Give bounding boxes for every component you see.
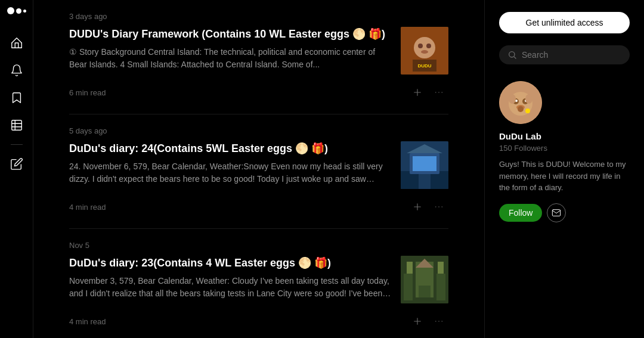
article-section: Nov 5 DuDu's diary: 23(Contains 4 WL Eas… (69, 229, 448, 338)
sidebar-item-stories[interactable] (5, 113, 29, 137)
article-time: Nov 5 (69, 241, 448, 250)
article-title[interactable]: DuDu's diary: 24(Contains 5WL Easter egg… (69, 141, 391, 156)
author-followers: 150 Followers (499, 144, 630, 153)
sidebar-nav (5, 31, 29, 331)
article-excerpt: November 3, 579, Bear Calendar, Weather:… (69, 275, 391, 300)
subscribe-button[interactable] (547, 203, 566, 222)
svg-rect-33 (407, 262, 413, 274)
svg-point-15 (435, 92, 436, 93)
svg-point-26 (435, 206, 436, 207)
svg-point-25 (442, 206, 443, 207)
svg-point-37 (438, 321, 439, 322)
svg-point-14 (442, 92, 443, 93)
article-footer: 6 min read (69, 83, 448, 102)
svg-point-39 (435, 321, 436, 322)
sidebar-item-lists[interactable] (5, 86, 29, 110)
article-title[interactable]: DUDU's Diary Framework (Contains 10 WL E… (69, 27, 391, 41)
medium-logo[interactable] (7, 7, 26, 14)
article-excerpt: 24. November 6, 579, Bear Calendar, Weat… (69, 160, 391, 185)
sidebar-item-write[interactable] (5, 152, 29, 176)
svg-point-49 (518, 106, 524, 112)
svg-point-8 (421, 50, 428, 54)
sidebar-divider (11, 144, 23, 145)
article-card: DuDu's diary: 23(Contains 4 WL Easter eg… (69, 256, 448, 303)
article-title[interactable]: DuDu's diary: 23(Contains 4 WL Easter eg… (69, 256, 391, 270)
get-unlimited-access-button[interactable]: Get unlimited access (499, 12, 630, 33)
more-options-button[interactable] (429, 197, 448, 216)
svg-text:DUDU: DUDU (417, 63, 431, 69)
author-bio: Guys! This is DUDU! Welcome to my memory… (499, 159, 630, 194)
article-footer: 4 min read (69, 197, 448, 216)
svg-point-6 (418, 44, 423, 48)
svg-rect-34 (438, 262, 444, 274)
article-thumbnail[interactable] (401, 256, 448, 303)
author-name: DuDu Lab (499, 131, 630, 141)
svg-rect-0 (11, 120, 21, 131)
search-box (499, 45, 630, 64)
more-options-button[interactable] (429, 83, 448, 102)
article-card: DuDu's diary: 24(Contains 5WL Easter egg… (69, 141, 448, 189)
main-content: 3 days ago DUDU's Diary Framework (Conta… (33, 0, 484, 338)
article-footer: 4 min read (69, 312, 448, 331)
left-sidebar (0, 0, 33, 338)
author-card: DuDu Lab 150 Followers Guys! This is DUD… (499, 81, 630, 222)
save-article-button[interactable] (408, 83, 427, 102)
article-actions (408, 312, 448, 331)
article-body: DUDU's Diary Framework (Contains 10 WL E… (69, 27, 391, 71)
article-body: DuDu's diary: 24(Contains 5WL Easter egg… (69, 141, 391, 185)
svg-point-50 (509, 94, 516, 104)
article-section: 5 days ago DuDu's diary: 24(Contains 5WL… (69, 114, 448, 229)
article-body: DuDu's diary: 23(Contains 4 WL Easter eg… (69, 256, 391, 300)
svg-rect-19 (413, 156, 436, 171)
svg-point-24 (438, 206, 439, 207)
article-section: 3 days ago DUDU's Diary Framework (Conta… (69, 0, 448, 114)
svg-point-51 (525, 94, 532, 104)
svg-rect-53 (527, 112, 529, 113)
read-time: 4 min read (69, 317, 106, 326)
article-time: 5 days ago (69, 126, 448, 135)
avatar (499, 81, 542, 124)
save-article-button[interactable] (408, 312, 427, 331)
svg-point-5 (414, 37, 435, 58)
article-excerpt: ① Story Background Central Island: The t… (69, 46, 391, 71)
svg-rect-21 (419, 174, 431, 189)
article-actions (408, 197, 448, 216)
more-options-button[interactable] (429, 312, 448, 331)
article-thumbnail[interactable]: DUDU (401, 27, 448, 75)
svg-rect-30 (419, 286, 431, 297)
svg-rect-32 (436, 274, 445, 300)
svg-point-40 (509, 52, 515, 57)
author-actions: Follow (499, 203, 630, 222)
sidebar-item-notifications[interactable] (5, 58, 29, 82)
svg-line-41 (514, 57, 516, 58)
svg-point-7 (426, 44, 431, 48)
article-actions (408, 83, 448, 102)
svg-point-38 (442, 321, 443, 322)
article-time: 3 days ago (69, 12, 448, 21)
search-icon (507, 50, 517, 60)
svg-rect-31 (404, 274, 413, 300)
save-article-button[interactable] (408, 197, 427, 216)
read-time: 4 min read (69, 203, 106, 212)
article-card: DUDU's Diary Framework (Contains 10 WL E… (69, 27, 448, 75)
follow-button[interactable]: Follow (499, 204, 542, 222)
search-input[interactable] (522, 50, 626, 60)
read-time: 6 min read (69, 88, 106, 97)
sidebar-item-home[interactable] (5, 31, 29, 55)
svg-point-13 (438, 92, 439, 93)
article-thumbnail[interactable] (401, 141, 448, 189)
right-sidebar: Get unlimited access D (484, 0, 644, 338)
